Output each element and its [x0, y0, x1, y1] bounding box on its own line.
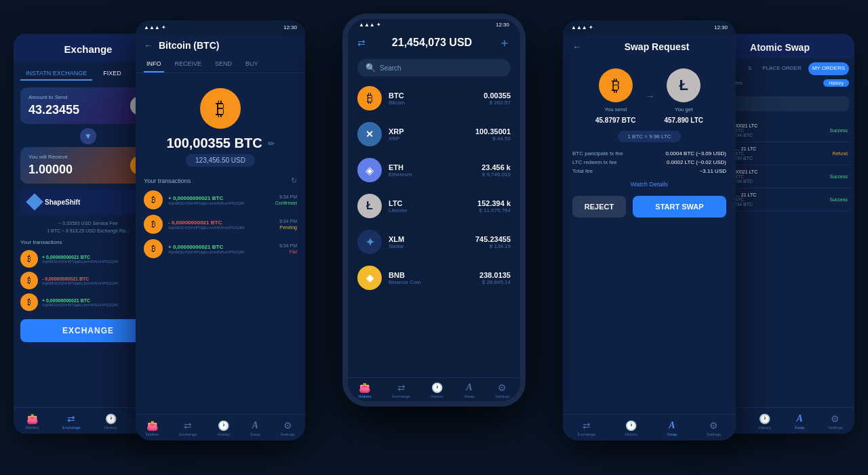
- order-1-status: Success: [830, 128, 848, 133]
- swap-back-button[interactable]: ←: [572, 41, 582, 52]
- btc-tabs: INFO RECEIVE SEND BUY: [136, 56, 305, 73]
- ml-nav-history[interactable]: 🕐 History: [217, 420, 230, 436]
- ml-tx-amount-2: - 0,00000000021 BTC: [168, 220, 274, 226]
- rm-nav-swap[interactable]: A Swap: [667, 420, 677, 436]
- tab-my-orders[interactable]: MY ORDERS: [808, 62, 849, 75]
- rp-settings-label: Settings: [828, 426, 843, 430]
- xlm-icon: ✦: [357, 230, 382, 254]
- ml-nav-swap[interactable]: A Swap: [250, 420, 260, 436]
- bnb-usd: $ 28,845.14: [479, 279, 511, 285]
- ml-tx-from-3: XqHt831rFj5tr4PVjqEcJmh6VKvHP62QiM: [168, 250, 250, 254]
- rp-settings-icon: ⚙: [831, 413, 840, 424]
- tab-info[interactable]: INFO: [144, 56, 164, 73]
- tab-send[interactable]: SEND: [212, 56, 235, 73]
- swap-actions: REJECT START SWAP: [563, 196, 736, 218]
- cp-nav-wallets[interactable]: 👛 Wallets: [358, 382, 371, 398]
- xrp-info: XRP XRP: [389, 127, 469, 142]
- rp-nav-swap[interactable]: A Swap: [795, 413, 805, 430]
- cp-history-icon: 🕐: [431, 382, 443, 393]
- coin-bnb[interactable]: ◆ BNB Binance Coin 238.0135 $ 28,845.14: [353, 260, 515, 296]
- rp-nav-history[interactable]: 🕐 History: [758, 413, 771, 430]
- add-coin-button[interactable]: ＋: [498, 35, 511, 51]
- ltc-icon: Ł: [357, 194, 382, 218]
- arrow-circle: ▼: [80, 128, 96, 144]
- btc-status-time: 12:30: [283, 24, 297, 30]
- cp-search-bar[interactable]: 🔍 Search: [357, 59, 511, 77]
- rm-nav-exchange[interactable]: ⇄ Exchange: [578, 420, 596, 436]
- fee-label-2: LTC redeem tx fee: [572, 159, 617, 165]
- rm-nav-settings[interactable]: ⚙ Settings: [707, 420, 722, 436]
- fee-row-1: BTC paricipate tx fee 0.0004 BTC (~3.09 …: [572, 150, 726, 157]
- edit-amount-icon[interactable]: ✏: [268, 139, 275, 148]
- tx-amount-1: + 0,00000000021 BTC: [42, 255, 133, 260]
- swap-status-bar: ▲▲▲ ✦ 12:30: [563, 20, 736, 35]
- start-swap-button[interactable]: START SWAP: [633, 196, 726, 218]
- search-icon: 🔍: [366, 63, 376, 73]
- ml-tx-1: ₿ + 0,00000000021 BTC XqHt831rFj5tr4PVjq…: [144, 190, 297, 209]
- search-placeholder: Search: [380, 64, 401, 72]
- you-send-label: You send: [604, 106, 627, 112]
- tab-instant-exchange[interactable]: INSTATN EXCHANGE: [20, 67, 92, 81]
- btc-bottom-nav: 👛 Wallets ⇄ Exchange 🕐 History A Swap ⚙ …: [136, 414, 305, 440]
- cp-settings-label: Settings: [495, 394, 510, 398]
- coin-btc[interactable]: ₿ BTC Bitcoin 0.00355 $ 262.57: [353, 81, 515, 117]
- rm-nav-history[interactable]: 🕐 History: [625, 420, 638, 436]
- btc-status-signal: ▲▲▲ ✦: [144, 24, 166, 30]
- search-text[interactable]: ch: [717, 100, 842, 107]
- reject-button[interactable]: REJECT: [572, 196, 626, 218]
- cp-nav-settings[interactable]: ⚙ Settings: [495, 382, 510, 398]
- xlm-usd: $ 139.19: [475, 243, 511, 249]
- watch-details-link[interactable]: Watch Details: [563, 181, 736, 188]
- get-ltc-icon: Ł: [667, 68, 701, 102]
- ml-refresh-icon[interactable]: ↻: [291, 176, 297, 185]
- fee-label-1: BTC paricipate tx fee: [572, 150, 623, 157]
- btc-amt: 0.00355: [484, 91, 511, 100]
- btc-back-button[interactable]: ←: [144, 40, 153, 51]
- coin-ltc[interactable]: Ł LTC Litecoin 152.394 k $ 11,675,764: [353, 188, 515, 224]
- coin-xlm[interactable]: ✦ XLM Stellar 745.23455 $ 139.19: [353, 224, 515, 260]
- nav-exchange[interactable]: ⇄ Exchange: [62, 413, 81, 430]
- cp-settings-icon: ⚙: [498, 382, 507, 393]
- fee-row-2: LTC redeem tx fee 0.0002 LTC (~0.02 USD): [572, 159, 726, 165]
- tab-place-order[interactable]: PLACE ORDER: [758, 62, 805, 75]
- ml-tx-amount-1: + 0,00000000021 BTC: [168, 195, 270, 201]
- ml-tx-coin-3: ₿: [144, 239, 163, 258]
- tx-amount-2: - 0,00000000021 BTC: [42, 276, 137, 281]
- btc-body: ₿ 100,00355 BTC ✏ 123,456.50 USD Your tr…: [136, 73, 305, 272]
- tab-buy[interactable]: BUY: [243, 56, 261, 73]
- cp-nav-exchange[interactable]: ⇄ Exchange: [392, 382, 410, 398]
- cp-swap-label: Swap: [465, 394, 475, 398]
- fee-label-3: Total fee: [572, 168, 593, 174]
- cp-coin-list: ₿ BTC Bitcoin 0.00355 $ 262.57 ✕ XRP XRP: [348, 81, 520, 377]
- rm-history-icon: 🕐: [625, 420, 637, 431]
- rm-swap-label: Swap: [667, 432, 677, 436]
- cp-wallets-label: Wallets: [358, 394, 371, 398]
- cp-nav-swap[interactable]: A Swap: [465, 382, 475, 398]
- eth-balance: 23.456 k $ 9,749,019: [481, 163, 511, 178]
- filter-icon[interactable]: ⇄: [357, 37, 366, 48]
- rp-history-icon: 🕐: [759, 413, 770, 424]
- ml-tx-status-1: Confirmed: [275, 201, 297, 205]
- swap-fees: BTC paricipate tx fee 0.0004 BTC (~3.09 …: [563, 150, 736, 174]
- rp-swap-icon: A: [796, 413, 802, 424]
- you-get-label: You get: [675, 106, 693, 112]
- coin-xrp[interactable]: ✕ XRP XRP 100.35001 $ 44.50: [353, 117, 515, 152]
- ml-nav-settings[interactable]: ⚙ Settings: [280, 420, 295, 436]
- rp-nav-settings[interactable]: ⚙ Settings: [828, 413, 843, 430]
- nav-wallets[interactable]: 👛 Wallets: [26, 413, 39, 430]
- bnb-full: Binance Coin: [389, 279, 473, 285]
- send-btc-icon: ₿: [599, 68, 633, 102]
- ml-nav-wallets[interactable]: 👛 Wallets: [146, 420, 159, 436]
- exchange-nav-label: Exchange: [62, 426, 81, 430]
- cp-nav-history[interactable]: 🕐 History: [431, 382, 443, 398]
- tab-receive[interactable]: RECEIVE: [172, 56, 205, 73]
- coin-eth[interactable]: ◈ ETH Ethereum 23.456 k $ 9,749,019: [353, 152, 515, 188]
- tab-s[interactable]: S: [744, 62, 755, 75]
- ml-nav-exchange[interactable]: ⇄ Exchange: [179, 420, 197, 436]
- btc-icon: ₿: [357, 86, 382, 110]
- swap-signal: ▲▲▲ ✦: [571, 24, 593, 30]
- history-button[interactable]: History: [823, 79, 849, 87]
- tab-fixed[interactable]: FIXED: [98, 67, 127, 81]
- rm-settings-label: Settings: [707, 432, 722, 436]
- nav-history[interactable]: 🕐 History: [104, 413, 117, 430]
